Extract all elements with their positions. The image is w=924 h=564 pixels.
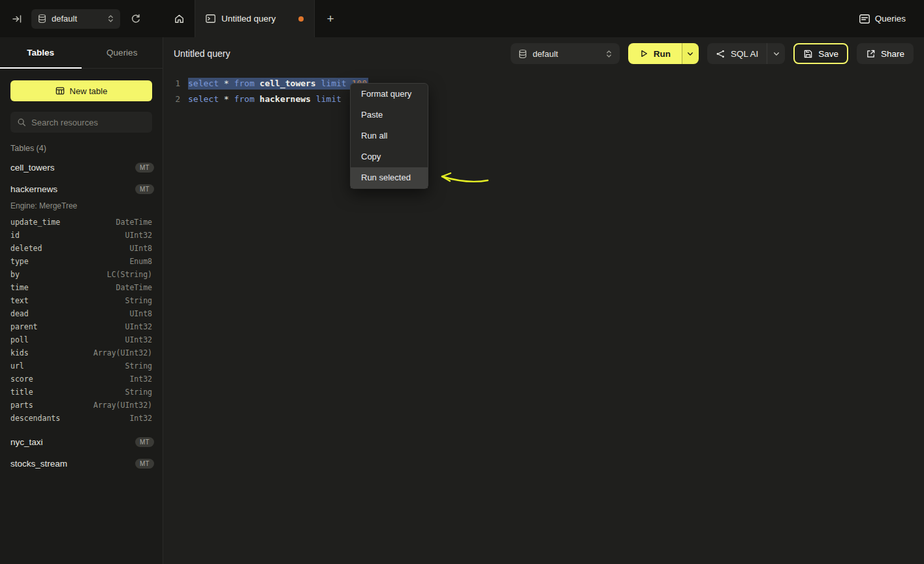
collapse-sidebar-icon[interactable] bbox=[12, 14, 22, 24]
topbar: default Untitled query + bbox=[0, 0, 924, 37]
chevron-updown-icon bbox=[107, 14, 114, 24]
column-name: text bbox=[10, 296, 29, 305]
new-table-button[interactable]: New table bbox=[10, 80, 152, 101]
new-tab-button[interactable]: + bbox=[315, 0, 346, 37]
column-row: timeDateTime bbox=[10, 281, 152, 294]
query-title: Untitled query bbox=[174, 48, 230, 59]
column-row: titleString bbox=[10, 386, 152, 399]
home-tab[interactable] bbox=[163, 0, 195, 37]
table-row-stocks-stream[interactable]: stocks_stream MT bbox=[0, 453, 163, 474]
column-type: Int32 bbox=[129, 374, 152, 384]
share-label: Share bbox=[881, 49, 904, 59]
column-type: Array(UInt32) bbox=[93, 401, 152, 410]
sql-ai-icon bbox=[716, 49, 725, 59]
share-icon bbox=[866, 49, 876, 59]
annotation-arrow bbox=[434, 168, 493, 189]
search-input[interactable] bbox=[31, 118, 146, 127]
column-row: update_timeDateTime bbox=[10, 216, 152, 229]
column-row: parentUInt32 bbox=[10, 320, 152, 333]
unsaved-indicator-dot bbox=[298, 16, 304, 22]
sidebar: Tables Queries New table Tables (4) cell… bbox=[0, 37, 163, 564]
column-name: descendants bbox=[10, 414, 60, 423]
run-button[interactable]: Run bbox=[628, 43, 682, 64]
sidebar-tab-tables[interactable]: Tables bbox=[0, 37, 82, 68]
column-type: LC(String) bbox=[107, 270, 152, 279]
run-label: Run bbox=[654, 49, 671, 59]
editor-context-menu: Format query Paste Run all Copy Run sele… bbox=[350, 83, 428, 189]
column-type: String bbox=[125, 361, 152, 371]
editor-line-1[interactable]: 1 select * from cell_towers limit 100 bbox=[163, 76, 924, 91]
column-row: textString bbox=[10, 294, 152, 307]
context-menu-item-paste[interactable]: Paste bbox=[351, 105, 428, 125]
column-name: by bbox=[10, 270, 20, 279]
column-row: pollUInt32 bbox=[10, 333, 152, 346]
column-type: Int32 bbox=[129, 414, 152, 423]
table-name: nyc_taxi bbox=[10, 437, 43, 447]
sql-ai-chevron[interactable] bbox=[767, 43, 785, 64]
sql-ai-label: SQL AI bbox=[731, 49, 758, 59]
selected-sql-text: select * from cell_towers limit 100 bbox=[188, 78, 368, 90]
run-options-chevron[interactable] bbox=[682, 43, 699, 64]
table-row-cell-towers[interactable]: cell_towers MT bbox=[0, 157, 163, 178]
home-icon bbox=[174, 13, 185, 24]
column-row: scoreInt32 bbox=[10, 373, 152, 386]
toolbar-database-selector[interactable]: default bbox=[511, 43, 620, 64]
column-name: update_time bbox=[10, 218, 60, 227]
column-row: idUInt32 bbox=[10, 229, 152, 242]
column-name: kids bbox=[10, 348, 29, 357]
column-row: deletedUInt8 bbox=[10, 242, 152, 255]
column-row: partsArray(UInt32) bbox=[10, 399, 152, 412]
database-icon bbox=[518, 49, 528, 59]
main-panel: Untitled query default bbox=[163, 37, 924, 564]
search-box bbox=[10, 112, 152, 133]
line-number: 1 bbox=[163, 76, 180, 91]
context-menu-item-copy[interactable]: Copy bbox=[351, 146, 428, 167]
run-button-group: Run bbox=[628, 43, 699, 64]
save-button[interactable]: Save bbox=[793, 43, 848, 64]
table-row-nyc-taxi[interactable]: nyc_taxi MT bbox=[0, 431, 163, 453]
table-name: cell_towers bbox=[10, 163, 55, 173]
column-type: String bbox=[125, 296, 152, 305]
context-menu-item-run-all[interactable]: Run all bbox=[351, 125, 428, 146]
column-name: poll bbox=[10, 335, 29, 344]
table-name: stocks_stream bbox=[10, 459, 67, 469]
column-name: parts bbox=[10, 401, 33, 410]
context-menu-item-format-query[interactable]: Format query bbox=[351, 84, 428, 105]
column-type: DateTime bbox=[116, 218, 152, 227]
tab-strip: Untitled query + bbox=[163, 0, 859, 37]
column-name: time bbox=[10, 283, 29, 292]
topbar-left: default bbox=[0, 0, 163, 37]
queries-icon bbox=[859, 14, 870, 24]
app-window: default Untitled query + bbox=[0, 0, 924, 564]
terminal-icon bbox=[206, 14, 215, 23]
play-icon bbox=[639, 49, 648, 58]
table-engine-info: Engine: MergeTree bbox=[0, 200, 163, 214]
table-grid-icon bbox=[56, 86, 65, 95]
editor-line-2[interactable]: 2 select * from hackernews limit bbox=[163, 91, 924, 107]
column-name: url bbox=[10, 361, 24, 371]
engine-badge: MT bbox=[135, 163, 154, 173]
topbar-database-selector[interactable]: default bbox=[31, 9, 120, 29]
sql-ai-button-group: SQL AI bbox=[707, 43, 785, 64]
sql-editor[interactable]: 1 select * from cell_towers limit 100 2 … bbox=[163, 70, 924, 107]
column-row: deadUInt8 bbox=[10, 307, 152, 320]
refresh-icon[interactable] bbox=[131, 14, 141, 24]
share-button[interactable]: Share bbox=[857, 43, 914, 64]
column-row: kidsArray(UInt32) bbox=[10, 346, 152, 359]
queries-label: Queries bbox=[875, 14, 906, 24]
queries-button[interactable]: Queries bbox=[859, 14, 906, 24]
table-row-hackernews[interactable]: hackernews MT bbox=[0, 178, 163, 200]
column-list: update_timeDateTime idUInt32 deletedUInt… bbox=[0, 214, 163, 431]
toolbar-database-value: default bbox=[533, 49, 558, 59]
engine-badge: MT bbox=[135, 459, 154, 469]
column-name: dead bbox=[10, 309, 29, 318]
tab-untitled-query[interactable]: Untitled query bbox=[195, 0, 315, 37]
context-menu-item-run-selected[interactable]: Run selected bbox=[351, 167, 428, 188]
sql-ai-button[interactable]: SQL AI bbox=[707, 43, 767, 64]
column-type: UInt32 bbox=[125, 335, 152, 344]
sidebar-tab-queries[interactable]: Queries bbox=[82, 37, 163, 68]
column-name: type bbox=[10, 257, 29, 266]
column-type: DateTime bbox=[116, 283, 152, 292]
topbar-database-value: default bbox=[52, 14, 77, 24]
tables-heading: Tables (4) bbox=[10, 144, 152, 153]
